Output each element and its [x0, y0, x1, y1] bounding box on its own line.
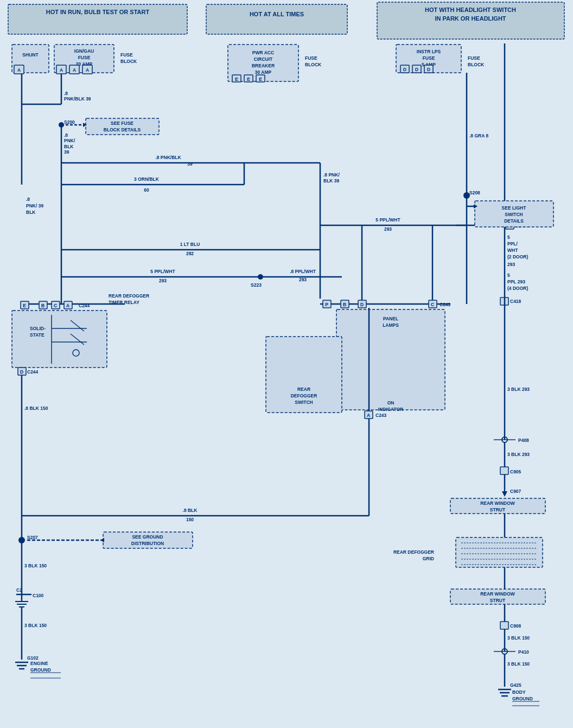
- wiring-diagram: HOT IN RUN, BULB TEST OR START HOT AT AL…: [0, 0, 573, 728]
- c243-p: P: [325, 302, 328, 307]
- wire-pnk-blk-3: .8: [64, 132, 68, 138]
- terminal-d1: D: [403, 67, 406, 72]
- wire-3blk-293-1: 3 BLK 293: [507, 387, 530, 392]
- rear-defog-switch-3: SWITCH: [295, 400, 313, 405]
- s200-label: S200: [64, 119, 75, 125]
- rear-defog-switch-2: DEFOGGER: [291, 393, 317, 398]
- c244-e: E: [23, 303, 26, 308]
- wire-pnk-blk-1: .8: [64, 91, 68, 96]
- fuse-block-1-label2: BLOCK: [120, 59, 137, 64]
- svg-rect-37: [12, 311, 107, 368]
- c908-label: C908: [510, 623, 521, 629]
- wire-blk-150-1: .8 BLK 150: [24, 406, 48, 411]
- header-right-line2: IN PARK OR HEADLIGHT: [435, 15, 506, 22]
- rear-defog-grid-2: GRID: [423, 556, 434, 561]
- rear-defog-relay-2: TIMER RELAY: [109, 300, 139, 305]
- c905-label: C905: [510, 469, 521, 474]
- wire-pnk-blk-4: PNK/: [64, 138, 75, 143]
- wire-ppl-wht-293-1: 293: [159, 278, 167, 283]
- ppl-wht-5-3: WHT: [507, 248, 518, 253]
- fuse-block-3-label2: BLOCK: [468, 62, 485, 67]
- rear-window-strut-1: REAR WINDOW: [480, 501, 515, 506]
- wire-3blk-150-right2: 3 BLK 150: [507, 661, 530, 667]
- see-fuse-block-1: SEE FUSE: [111, 121, 133, 126]
- see-ground-1: SEE GROUND: [132, 534, 163, 540]
- wire-gra-8: .8 GRA 8: [469, 133, 488, 138]
- ppl-5door-3: (4 DOOR): [507, 286, 528, 291]
- ppl-5door-1: 5: [507, 273, 510, 278]
- wire-lt-blu-292: 292: [186, 251, 194, 256]
- g425-label: G425: [510, 682, 521, 688]
- solid-state-1: SOLID-: [30, 326, 46, 331]
- header-right-line1: HOT WITH HEADLIGHT SWITCH: [425, 7, 516, 13]
- header-center: HOT AT ALL TIMES: [250, 11, 304, 17]
- wire-orn-blk-60: 60: [144, 187, 149, 193]
- fuse-block-1-label1: FUSE: [120, 52, 133, 58]
- panel-lamps-2: LAMPS: [383, 322, 399, 328]
- terminal-e3: E: [259, 77, 262, 82]
- terminal-e2: E: [247, 77, 250, 82]
- c243-a-connector: C243: [375, 413, 387, 418]
- wire-pnk-blk-39: 39: [187, 161, 193, 167]
- rear-window-strut-2: REAR WINDOW: [480, 591, 515, 597]
- c243-c: C: [431, 302, 434, 307]
- rear-window-strut-2b: STRUT: [490, 598, 506, 603]
- wire-pnk-blk-right2: BLK 39: [323, 178, 340, 183]
- terminal-d3: D: [427, 67, 430, 72]
- terminal-d2: D: [415, 67, 418, 72]
- wire-orn-blk-label: 3 ORN/BLK: [134, 176, 160, 182]
- wire-blk-150-150: 150: [186, 517, 194, 522]
- see-light-switch-1: SEE LIGHT: [502, 205, 527, 211]
- wire-3blk-150-2: 3 BLK 150: [24, 623, 47, 628]
- see-ground-2: DISTRIBUTION: [131, 541, 164, 546]
- c243-d: D: [360, 302, 364, 307]
- s223-label: S223: [251, 282, 262, 288]
- rear-defog-grid-1: REAR DEFOGGER: [393, 549, 434, 555]
- svg-rect-88: [456, 537, 543, 567]
- ppl-5door-2: PPL 293: [507, 279, 525, 284]
- wire-3blk-150-1: 3 BLK 150: [24, 563, 47, 568]
- pwr-acc-label2: CIRCUIT: [254, 56, 273, 62]
- wire-lt-blu-label: 1 LT BLU: [180, 242, 200, 247]
- c244-label: C244: [79, 303, 90, 308]
- see-fuse-block-2: BLOCK DETAILS: [104, 127, 141, 132]
- wire-pnk-blk-6: 39: [64, 149, 69, 155]
- terminal-a3: A: [73, 67, 76, 73]
- wire-ppl-wht-293-2: 293: [299, 277, 307, 282]
- c244-b: B: [41, 303, 44, 308]
- ppl-wht-5-1: 5: [507, 235, 510, 240]
- terminal-a1: A: [17, 67, 21, 73]
- shunt-label: SHUNT: [22, 52, 39, 58]
- p408-label: P408: [518, 438, 529, 443]
- panel-lamps-1: PANEL: [383, 316, 398, 321]
- body-ground-label1: BODY: [512, 689, 526, 695]
- svg-rect-2: [206, 4, 347, 34]
- c418-label: C418: [510, 299, 521, 304]
- g102-label: G102: [27, 655, 39, 661]
- pwr-acc-label3: BREAKER: [252, 63, 275, 68]
- c243-a-label: A: [367, 413, 370, 418]
- c244-d: D: [20, 369, 23, 375]
- body-ground-label2: GROUND: [512, 696, 533, 701]
- ppl-wht-5-4: (2 DOOR): [507, 254, 528, 259]
- pwr-acc-label4: 30 AMP: [255, 69, 272, 75]
- c244-c: C: [54, 303, 57, 308]
- svg-rect-97: [500, 622, 508, 629]
- wire-blk-150-horiz: .8 BLK: [183, 508, 198, 513]
- wire-pnk-blk-2: PNK/BLK 39: [64, 96, 91, 102]
- see-light-switch-3: DETAILS: [504, 218, 524, 224]
- instr-lps-label2: FUSE: [423, 55, 435, 61]
- c244-a: A: [66, 303, 69, 308]
- terminal-a2: A: [60, 67, 63, 73]
- p410-label: P410: [518, 649, 529, 655]
- rear-window-strut-1b: STRUT: [490, 507, 506, 512]
- ign-fuse-label2: FUSE: [78, 55, 91, 60]
- wire-pnk-blk-left3: BLK: [26, 210, 36, 215]
- pwr-acc-label1: PWR ACC: [252, 50, 274, 55]
- engine-ground-label2: GROUND: [30, 667, 51, 673]
- on-indicator-2: INDICATOR: [378, 407, 403, 412]
- on-indicator-1: ON: [387, 400, 394, 406]
- engine-ground-label1: ENGINE: [30, 661, 48, 666]
- ppl-wht-5-2: PPL/: [507, 241, 518, 246]
- s207-label: S207: [27, 535, 38, 540]
